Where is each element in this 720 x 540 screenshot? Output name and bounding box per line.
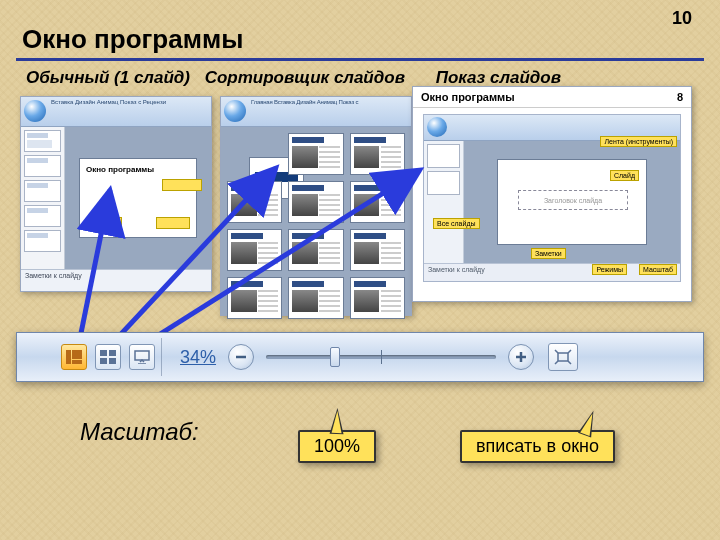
slideshow-icon [134, 350, 150, 364]
sorter-thumb [288, 133, 343, 175]
sorter-thumb [350, 277, 405, 319]
callout-fit-window: вписать в окно [460, 430, 615, 463]
callout-tail [578, 408, 600, 437]
svg-rect-4 [72, 350, 82, 359]
office-orb-icon [24, 100, 46, 122]
svg-rect-6 [100, 350, 107, 356]
svg-rect-10 [135, 351, 149, 360]
screenshot-sorter-view: Главная Вставка Дизайн Анимац Показ с [220, 96, 412, 316]
callout-modes: Режимы [592, 264, 627, 275]
thumb [24, 205, 61, 227]
thumb [427, 144, 460, 168]
label-normal-view: Обычный (1 слайд) [26, 68, 190, 88]
sorter-thumb [288, 181, 343, 223]
ribbon-tabs: Вставка Дизайн Анимац Показ с Рецензи [51, 99, 166, 105]
callout-100-text: 100% [314, 436, 360, 456]
svg-rect-5 [72, 360, 82, 364]
office-orb-icon [224, 100, 246, 122]
callout-all-slides: Все слайды [433, 218, 480, 229]
slide-canvas: Окно программы [65, 127, 211, 269]
zoom-slider[interactable] [266, 355, 496, 359]
annotation-box [156, 217, 190, 229]
sorter-grid [221, 127, 411, 315]
scale-label: Масштаб: [80, 418, 199, 446]
screenshot-annotated-window: Окно программы 8 Заголовок слайда [412, 86, 692, 302]
screenshots-group: Вставка Дизайн Анимац Показ с Рецензи Ок… [16, 92, 704, 322]
ribbon-tabs: Главная Вставка Дизайн Анимац Показ с [251, 99, 358, 105]
slide-title-text: Окно программы [86, 165, 154, 174]
svg-rect-8 [100, 358, 107, 364]
fit-to-window-button[interactable] [548, 343, 578, 371]
annotation-box [88, 217, 122, 229]
sorter-thumb [350, 181, 405, 223]
sorter-view-icon [100, 350, 116, 364]
sorter-thumb [350, 133, 405, 175]
status-bar: 34% [16, 332, 704, 382]
fit-window-icon [554, 349, 572, 365]
office-orb-icon [427, 117, 447, 137]
slider-thumb[interactable] [330, 347, 340, 367]
slide-thumbnails-pane [21, 127, 65, 269]
view-button-sorter[interactable] [95, 344, 121, 370]
callout-zoom: Масштаб [639, 264, 677, 275]
zoom-percent-button[interactable]: 34% [180, 347, 216, 368]
zoom-out-button[interactable] [228, 344, 254, 370]
page-title: Окно программы [22, 24, 243, 55]
thumb [427, 171, 460, 195]
svg-rect-3 [66, 350, 71, 364]
notes-pane: Заметки к слайду [21, 269, 211, 291]
current-slide: Окно программы [79, 158, 197, 238]
label-show-view: Показ слайдов [436, 68, 561, 88]
view-mode-labels: Обычный (1 слайд) Сортировщик слайдов По… [26, 68, 571, 88]
sample-slide-title: Окно программы [421, 91, 515, 103]
sorter-thumb [288, 277, 343, 319]
view-button-slideshow[interactable] [129, 344, 155, 370]
svg-rect-15 [558, 353, 568, 361]
sorter-thumb [227, 229, 282, 271]
page-number: 10 [672, 8, 692, 29]
thumb [24, 130, 61, 152]
sorter-thumb [350, 229, 405, 271]
callout-100-percent: 100% [298, 430, 376, 463]
plus-icon [514, 350, 528, 364]
callout-slide: Слайд [610, 170, 639, 181]
sorter-thumb [227, 277, 282, 319]
annotation-box [162, 179, 202, 191]
ribbon: Вставка Дизайн Анимац Показ с Рецензи [21, 97, 211, 127]
sorter-thumb [288, 229, 343, 271]
sample-slide-number: 8 [677, 91, 683, 103]
callout-fit-text: вписать в окно [476, 436, 599, 456]
thumbnails-pane [424, 141, 464, 263]
screenshot-normal-view: Вставка Дизайн Анимац Показ с Рецензи Ок… [20, 96, 212, 292]
minus-icon [234, 350, 248, 364]
view-button-normal[interactable] [61, 344, 87, 370]
callout-notes: Заметки [531, 248, 566, 259]
title-placeholder: Заголовок слайда [518, 190, 628, 210]
svg-rect-9 [109, 358, 116, 364]
callout-ribbon: Лента (инструменты) [600, 136, 677, 147]
slider-center-tick [381, 350, 382, 364]
title-underline [16, 58, 704, 61]
sorter-thumb [227, 181, 282, 223]
thumb [24, 180, 61, 202]
zoom-in-button[interactable] [508, 344, 534, 370]
normal-view-icon [66, 350, 82, 364]
thumb [24, 155, 61, 177]
svg-rect-7 [109, 350, 116, 356]
label-sorter-view: Сортировщик слайдов [205, 68, 405, 88]
thumb [24, 230, 61, 252]
ribbon: Главная Вставка Дизайн Анимац Показ с [221, 97, 411, 127]
callout-tail [330, 408, 345, 434]
